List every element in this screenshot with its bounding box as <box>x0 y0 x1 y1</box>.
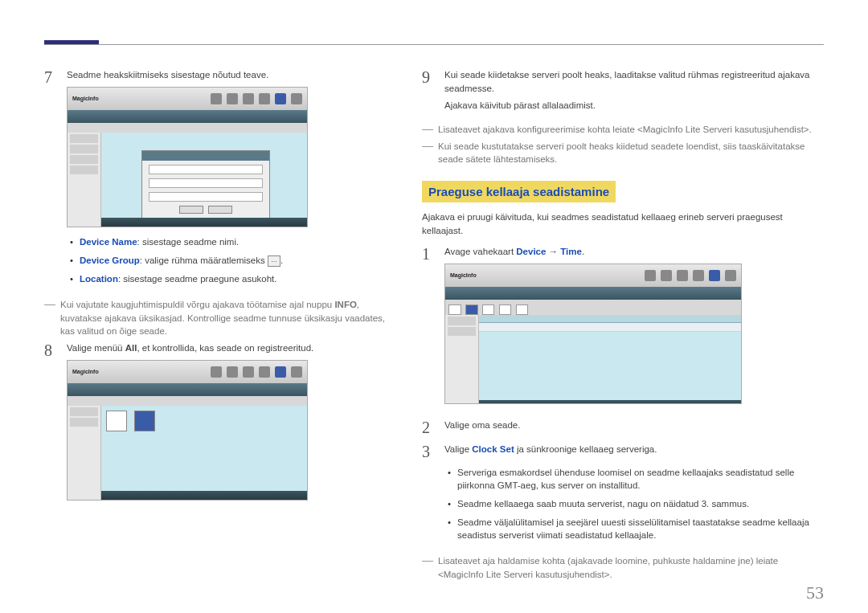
step-number: 2 <box>422 419 436 436</box>
step-number: 9 <box>422 68 436 116</box>
app-subtoolbar <box>68 123 307 133</box>
bold-label: All <box>125 343 137 353</box>
step-number: 7 <box>44 68 59 292</box>
ellipsis-icon: ··· <box>268 255 280 267</box>
text-segment: . <box>582 247 584 256</box>
step-3: 3 Valige Clock Set ja sünkroonige kellaa… <box>422 443 824 548</box>
step-7: 7 Seadme heakskiitmiseks sisestage nõutu… <box>44 68 390 292</box>
field-text: : sisestage seadme praegune asukoht. <box>118 274 277 284</box>
note-text: Kui vajutate kaugjuhtimispuldil võrgu aj… <box>60 298 390 338</box>
step-text: Valige oma seade. <box>444 419 824 432</box>
nav-label: Device <box>516 247 546 256</box>
topbar-icon <box>227 366 238 378</box>
topbar-icon <box>227 93 238 104</box>
step-number: 3 <box>422 443 436 548</box>
topbar-icon <box>275 93 286 104</box>
app-sidebar <box>68 133 101 227</box>
app-toolbar <box>445 287 741 300</box>
app-toolbar <box>68 110 307 123</box>
step-text: Avage vahekaart Device → Time. <box>444 245 824 259</box>
tab <box>482 304 495 315</box>
list-item: Seadme kellaaega saab muuta serverist, n… <box>444 497 824 510</box>
topbar-icon <box>709 270 720 281</box>
step-text: Valige Clock Set ja sünkroonige kellaaeg… <box>444 443 824 456</box>
dash-icon: ― <box>422 554 433 581</box>
app-toolbar <box>68 383 307 396</box>
list-item: Location: sisestage seadme praegune asuk… <box>67 272 390 285</box>
bold-label: INFO <box>334 300 356 309</box>
step-number: 8 <box>44 341 59 509</box>
section-intro: Ajakava ei pruugi käivituda, kui seadmes… <box>422 210 824 237</box>
note-text: Kui seade kustutatakse serveri poolt hea… <box>438 140 824 166</box>
arrow-icon: → <box>546 247 560 256</box>
text-segment: Valige <box>444 444 472 454</box>
table-row <box>479 323 741 332</box>
tab <box>516 304 529 315</box>
app-main <box>101 406 307 500</box>
tab <box>499 304 512 315</box>
dash-icon: ― <box>422 123 433 137</box>
field-text: : sisestage seadme nimi. <box>137 237 240 247</box>
field-label: Device Group <box>80 255 140 265</box>
app-logo: MagicInfo <box>72 95 99 103</box>
step-number: 1 <box>422 245 436 412</box>
app-topbar: MagicInfo <box>68 361 307 383</box>
dash-icon: ― <box>422 140 433 166</box>
text-segment: Avage vahekaart <box>444 247 516 256</box>
topbar-icon <box>243 366 254 378</box>
topbar-icon <box>291 93 302 104</box>
device-thumb <box>106 411 127 431</box>
topbar-icon <box>645 270 656 281</box>
topbar-icon <box>243 93 254 104</box>
text-segment: Valige menüü <box>67 343 125 353</box>
dash-icon: ― <box>44 298 55 338</box>
app-main <box>101 133 307 227</box>
screenshot-device-time: MagicInfo <box>444 264 742 404</box>
step7-bullets: Device Name: sisestage seadme nimi. Devi… <box>67 235 390 285</box>
step-1: 1 Avage vahekaart Device → Time. MagicIn… <box>422 245 824 412</box>
action-label: Clock Set <box>472 444 514 454</box>
screenshot-all-devices: MagicInfo <box>67 360 308 501</box>
field-label: Device Name <box>80 237 137 247</box>
list-item: Serveriga esmakordsel ühenduse loomisel … <box>444 466 824 492</box>
topbar-icon <box>259 366 270 378</box>
device-thumb <box>134 411 155 431</box>
topbar-icon <box>275 366 286 378</box>
app-main <box>479 315 741 404</box>
step-8: 8 Valige menüü All, et kontrollida, kas … <box>44 341 390 509</box>
step-2: 2 Valige oma seade. <box>422 419 824 436</box>
page-content: 7 Seadme heakskiitmiseks sisestage nõutu… <box>0 0 868 601</box>
app-logo: MagicInfo <box>72 368 99 376</box>
left-column: 7 Seadme heakskiitmiseks sisestage nõutu… <box>44 68 390 585</box>
step-text: Valige menüü All, et kontrollida, kas se… <box>67 341 390 355</box>
step-text: Ajakava käivitub pärast allalaadimist. <box>444 99 824 112</box>
tab <box>448 304 461 315</box>
topbar-icon <box>661 270 672 281</box>
topbar-icon <box>211 366 222 378</box>
field-label: Location <box>80 274 118 284</box>
note: ― Kui seade kustutatakse serveri poolt h… <box>422 140 824 166</box>
note: ― Lisateavet ajakava konfigureerimise ko… <box>422 123 824 137</box>
nav-label: Time <box>560 247 582 256</box>
app-logo: MagicInfo <box>450 272 477 280</box>
right-column: 9 Kui seade kiidetakse serveri poolt hea… <box>422 68 824 585</box>
list-item: Device Group: valige rühma määratlemisek… <box>67 254 390 267</box>
topbar-icon <box>259 93 270 104</box>
app-subtoolbar <box>68 396 307 406</box>
topbar-icon <box>291 366 302 378</box>
page-number: 53 <box>806 582 824 603</box>
topbar-icon <box>211 93 222 104</box>
text-segment: , et kontrollida, kas seade on registree… <box>137 343 313 353</box>
app-sidebar <box>68 406 101 500</box>
app-topbar: MagicInfo <box>68 88 307 110</box>
step-9: 9 Kui seade kiidetakse serveri poolt hea… <box>422 68 824 116</box>
text-segment: ja sünkroonige kellaaeg serveriga. <box>514 444 657 454</box>
note-text: Lisateavet aja haldamise kohta (ajakavad… <box>438 554 824 581</box>
topbar-icon <box>725 270 736 281</box>
step3-bullets: Serveriga esmakordsel ühenduse loomisel … <box>444 466 824 541</box>
app-sidebar <box>445 315 479 404</box>
header-divider <box>44 44 824 45</box>
field-text: : valige rühma määratlemiseks <box>140 255 268 265</box>
note-info: ― Kui vajutate kaugjuhtimispuldil võrgu … <box>44 298 390 338</box>
list-item: Device Name: sisestage seadme nimi. <box>67 235 390 248</box>
